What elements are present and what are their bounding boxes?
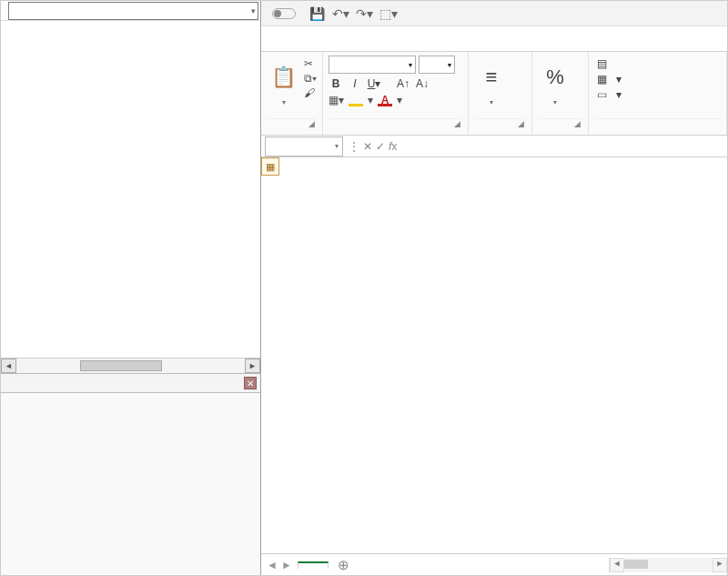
scroll-right-icon[interactable]: ► bbox=[713, 558, 727, 572]
properties-grid bbox=[1, 393, 260, 575]
sheet-tab-bar: ◄ ► ⊕ ◄ ► bbox=[261, 553, 727, 575]
scroll-thumb[interactable] bbox=[80, 360, 162, 371]
touch-mode-icon[interactable]: ⬚▾ bbox=[379, 6, 396, 21]
alignment-button[interactable]: ≡▾ bbox=[474, 56, 509, 106]
alignment-group: ≡▾ ◢ bbox=[469, 52, 532, 135]
font-color-button[interactable]: A bbox=[378, 94, 392, 106]
cut-icon[interactable]: ✂ bbox=[304, 57, 317, 70]
dialog-launcher-icon[interactable]: ◢ bbox=[518, 119, 524, 128]
ribbon-tabs bbox=[261, 26, 727, 52]
format-painter-icon[interactable]: 🖌 bbox=[304, 86, 317, 99]
quick-access-toolbar: 💾 ↶▾ ↷▾ ⬚▾ bbox=[308, 6, 396, 21]
italic-button[interactable]: I bbox=[348, 77, 362, 90]
excel-pane: 💾 ↶▾ ↷▾ ⬚▾ 📋 ▾ ✂ ⧉▾ 🖌 ◢ bbox=[261, 1, 727, 575]
cond-format-icon: ▤ bbox=[594, 57, 609, 70]
format-as-table-button[interactable]: ▦▾ bbox=[594, 73, 622, 86]
confirm-edit-icon[interactable]: ✓ bbox=[376, 140, 385, 153]
underline-button[interactable]: U▾ bbox=[367, 77, 381, 90]
grid-scroll[interactable] bbox=[261, 157, 727, 553]
fx-icon[interactable]: fx bbox=[389, 140, 397, 153]
formula-bar: ▾ ⋮ ✕ ✓ fx bbox=[261, 136, 727, 157]
paste-button[interactable]: 📋 ▾ bbox=[267, 56, 300, 106]
fill-color-button[interactable] bbox=[349, 94, 363, 106]
percent-icon: % bbox=[546, 56, 564, 98]
undo-icon[interactable]: ↶▾ bbox=[332, 6, 349, 21]
smart-tag-button[interactable]: ▦ bbox=[261, 157, 279, 176]
horizontal-scrollbar[interactable]: ◄ ► bbox=[609, 558, 727, 572]
styles-group: ▤ ▦▾ ▭▾ bbox=[589, 52, 727, 135]
font-name-combo[interactable]: ▾ bbox=[329, 56, 416, 74]
title-bar: 💾 ↶▾ ↷▾ ⬚▾ bbox=[261, 1, 727, 26]
clipboard-group: 📋 ▾ ✂ ⧉▾ 🖌 ◢ bbox=[261, 52, 323, 135]
properties-header: ✕ bbox=[1, 373, 260, 393]
chevron-down-icon: ▾ bbox=[251, 6, 256, 15]
object-tree[interactable] bbox=[1, 21, 260, 358]
conditional-formatting-button[interactable]: ▤ bbox=[594, 57, 622, 70]
dialog-launcher-icon[interactable]: ◢ bbox=[308, 119, 315, 128]
font-group: ▾ ▾ B I U▾ A↑ A↓ ▦▾ ▾ A▾ ◢ bbox=[323, 52, 469, 135]
redo-icon[interactable]: ↷▾ bbox=[356, 6, 372, 21]
dialog-launcher-icon[interactable]: ◢ bbox=[574, 119, 581, 128]
chevron-down-icon: ▾ bbox=[282, 98, 286, 106]
font-size-combo[interactable]: ▾ bbox=[419, 56, 455, 74]
copy-icon[interactable]: ⧉▾ bbox=[304, 72, 317, 85]
table-format-icon: ▦ bbox=[594, 73, 609, 86]
scroll-left-icon[interactable]: ◄ bbox=[1, 359, 16, 373]
close-icon[interactable]: ✕ bbox=[244, 377, 257, 389]
sheet-nav-first-icon[interactable]: ◄ bbox=[265, 559, 279, 571]
borders-button[interactable]: ▦▾ bbox=[329, 94, 344, 106]
cell-styles-button[interactable]: ▭▾ bbox=[594, 88, 622, 101]
connection-select[interactable]: ▾ bbox=[8, 2, 258, 20]
insert-function-dropdown[interactable]: ⋮ bbox=[349, 140, 359, 153]
tree-hscroll[interactable]: ◄ ► bbox=[1, 358, 260, 373]
cell-styles-icon: ▭ bbox=[594, 88, 609, 101]
ribbon: 📋 ▾ ✂ ⧉▾ 🖌 ◢ ▾ ▾ B I bbox=[261, 52, 727, 136]
align-icon: ≡ bbox=[486, 56, 498, 98]
increase-font-button[interactable]: A↑ bbox=[396, 77, 410, 90]
scroll-track[interactable] bbox=[16, 359, 245, 373]
number-group: %▾ ◢ bbox=[532, 52, 589, 135]
decrease-font-button[interactable]: A↓ bbox=[415, 77, 430, 90]
left-panel: ▾ ◄ ► ✕ bbox=[1, 1, 261, 575]
connection-row: ▾ bbox=[1, 1, 260, 21]
scroll-right-icon[interactable]: ► bbox=[245, 359, 260, 373]
clipboard-icon: 📋 bbox=[271, 56, 296, 98]
sheet-tab[interactable] bbox=[298, 561, 329, 569]
sheet-area: ▦ ◄ ► ⊕ ◄ ► bbox=[261, 157, 727, 575]
number-button[interactable]: %▾ bbox=[538, 56, 572, 106]
name-box[interactable]: ▾ bbox=[265, 136, 343, 157]
cancel-edit-icon[interactable]: ✕ bbox=[363, 140, 372, 153]
scroll-thumb[interactable] bbox=[624, 560, 648, 569]
add-sheet-button[interactable]: ⊕ bbox=[329, 557, 359, 573]
autosave-toggle[interactable] bbox=[268, 8, 299, 19]
dialog-launcher-icon[interactable]: ◢ bbox=[454, 119, 460, 128]
scroll-left-icon[interactable]: ◄ bbox=[610, 558, 624, 572]
save-icon[interactable]: 💾 bbox=[308, 6, 325, 21]
sheet-nav-last-icon[interactable]: ► bbox=[279, 559, 294, 571]
bold-button[interactable]: B bbox=[329, 77, 343, 90]
toggle-icon bbox=[272, 8, 296, 19]
